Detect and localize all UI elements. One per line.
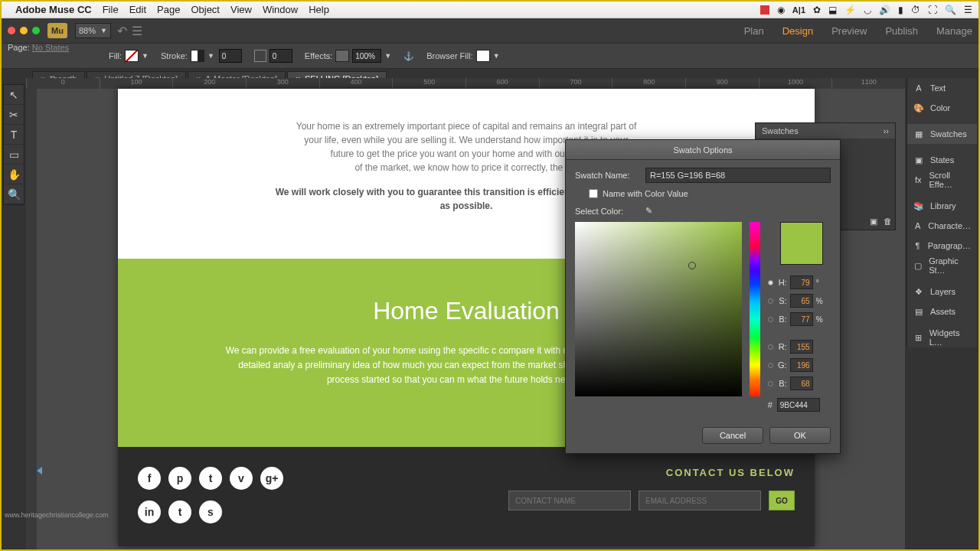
panel-text[interactable]: AText	[907, 78, 977, 98]
dialog-title[interactable]: Swatch Options	[566, 140, 840, 160]
tab-plan[interactable]: Plan	[744, 25, 764, 37]
tab-publish[interactable]: Publish	[885, 25, 918, 37]
chevron-down-icon[interactable]: ▼	[384, 52, 391, 60]
dropbox-icon[interactable]: ⬓	[828, 5, 837, 15]
panel-states[interactable]: ▣States	[907, 150, 977, 170]
menu-window[interactable]: Window	[263, 4, 298, 15]
email-input[interactable]	[639, 491, 761, 510]
browserfill-swatch[interactable]	[476, 50, 490, 62]
panel-assets[interactable]: ▤Assets	[907, 302, 977, 321]
go-button[interactable]: GO	[769, 491, 795, 510]
stroke-swatch[interactable]	[191, 50, 204, 62]
r-input[interactable]	[790, 340, 813, 354]
menu-edit[interactable]: Edit	[129, 4, 146, 15]
s-input[interactable]	[790, 294, 813, 308]
crop-tool[interactable]: ✂	[4, 105, 24, 125]
name-with-color-checkbox[interactable]	[589, 189, 598, 198]
rectangle-tool[interactable]: ▭	[4, 145, 24, 165]
tab-design[interactable]: Design	[782, 25, 813, 37]
tumblr-icon[interactable]: t	[168, 500, 191, 523]
corners-icon[interactable]	[254, 50, 266, 62]
vimeo-icon[interactable]: v	[230, 467, 253, 490]
corner-radius-input[interactable]	[270, 49, 292, 63]
guide-marker[interactable]	[37, 467, 42, 474]
panel-scroll[interactable]: fxScroll Effe…	[907, 170, 977, 190]
panel-widgets[interactable]: ⊞Widgets L…	[907, 328, 977, 347]
radio-r[interactable]	[768, 344, 773, 350]
chevron-down-icon[interactable]: ▼	[493, 52, 500, 60]
panel-character[interactable]: ACharacte…	[907, 216, 977, 236]
flyout-icon[interactable]: ››	[884, 126, 889, 135]
redo-icon[interactable]: ☰	[132, 24, 142, 38]
hex-input[interactable]	[777, 398, 820, 412]
chevron-down-icon[interactable]: ▼	[207, 52, 214, 60]
panel-swatches[interactable]: ▦Swatches	[907, 124, 977, 144]
text-tool[interactable]: T	[4, 125, 24, 145]
listmenu-icon[interactable]: ☰	[964, 5, 972, 15]
h-input[interactable]	[790, 276, 813, 289]
page-state-value[interactable]: No States	[32, 43, 69, 52]
panel-paragraph[interactable]: ¶Paragrap…	[907, 236, 977, 256]
bv-input[interactable]	[790, 377, 813, 390]
bluetooth-icon[interactable]: ⚡	[844, 5, 856, 15]
window-controls[interactable]	[8, 27, 40, 34]
menu-help[interactable]: Help	[309, 4, 329, 15]
adobe-badge[interactable]: A| 1	[792, 5, 805, 15]
swatch-name-input[interactable]	[645, 168, 831, 183]
effects-swatch[interactable]	[335, 50, 349, 62]
saturation-value-field[interactable]	[575, 222, 742, 396]
tab-manage[interactable]: Manage	[936, 25, 972, 37]
g-input[interactable]	[790, 358, 813, 372]
cc-icon[interactable]: ◉	[777, 5, 785, 15]
tab-preview[interactable]: Preview	[831, 25, 867, 37]
volume-icon[interactable]: 🔊	[879, 5, 890, 15]
facebook-icon[interactable]: f	[138, 467, 161, 490]
anchor-icon[interactable]: ⚓	[403, 51, 414, 61]
max-dot[interactable]	[32, 27, 40, 34]
record-icon[interactable]	[760, 5, 769, 15]
eyedropper-icon[interactable]: ✎	[645, 206, 652, 216]
hue-slider[interactable]	[750, 222, 760, 396]
linkedin-icon[interactable]: in	[138, 500, 161, 523]
zoom-tool[interactable]: 🔍	[4, 184, 24, 204]
page-state[interactable]: Page: No States	[8, 43, 69, 52]
ok-button[interactable]: OK	[769, 427, 831, 444]
chevron-down-icon[interactable]: ▼	[142, 52, 149, 60]
radio-bv[interactable]	[768, 381, 773, 386]
battery-icon[interactable]: ▮	[898, 5, 903, 15]
radio-h[interactable]	[768, 280, 773, 285]
menu-view[interactable]: View	[230, 4, 252, 15]
skype-icon[interactable]: s	[199, 500, 222, 523]
panel-color[interactable]: 🎨Color	[907, 98, 977, 118]
fill-swatch[interactable]	[125, 50, 139, 62]
selection-tool[interactable]: ↖	[4, 85, 24, 105]
trash-icon[interactable]: 🗑	[884, 217, 892, 227]
radio-b[interactable]	[768, 317, 773, 322]
spotlight-icon[interactable]: 🔍	[945, 5, 956, 15]
undo-icon[interactable]: ↶	[117, 24, 127, 38]
menu-page[interactable]: Page	[157, 4, 180, 15]
stroke-width-input[interactable]	[219, 49, 242, 63]
hand-tool[interactable]: ✋	[4, 165, 24, 184]
new-swatch-icon[interactable]: ▣	[870, 217, 877, 227]
cancel-button[interactable]: Cancel	[702, 427, 763, 444]
menu-file[interactable]: File	[103, 4, 119, 15]
fullscreen-icon[interactable]: ⛶	[928, 5, 937, 15]
clock-icon[interactable]: ⏱	[911, 5, 920, 15]
radio-g[interactable]	[768, 363, 773, 368]
gplus-icon[interactable]: g+	[260, 467, 283, 490]
sv-cursor[interactable]	[688, 262, 696, 269]
panel-library[interactable]: 📚Library	[907, 196, 977, 216]
zoom-select[interactable]: 88% ▼	[75, 23, 111, 38]
contact-name-input[interactable]	[508, 491, 631, 510]
b-input[interactable]	[790, 312, 813, 326]
radio-s[interactable]	[768, 298, 773, 304]
close-dot[interactable]	[8, 27, 15, 34]
opacity-input[interactable]	[352, 49, 381, 63]
min-dot[interactable]	[20, 27, 28, 34]
pinterest-icon[interactable]: p	[168, 467, 191, 490]
wifi-icon[interactable]: ◡	[864, 5, 871, 15]
twitter-icon[interactable]: t	[199, 467, 222, 490]
panel-layers[interactable]: ❖Layers	[907, 282, 977, 302]
menu-object[interactable]: Object	[191, 4, 220, 15]
